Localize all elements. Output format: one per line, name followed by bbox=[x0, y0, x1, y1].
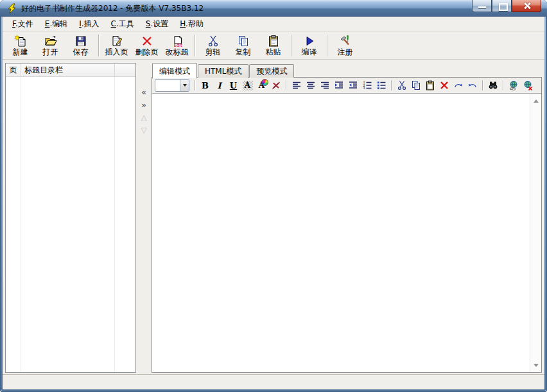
bullet-list-button[interactable] bbox=[374, 79, 388, 92]
open-button[interactable]: 打开 bbox=[35, 33, 65, 58]
delete-x-icon bbox=[439, 80, 449, 90]
bold-button[interactable]: B bbox=[198, 79, 212, 92]
clear-format-icon bbox=[271, 80, 281, 90]
triangle-down-icon bbox=[534, 364, 539, 370]
paste-button[interactable]: 粘贴 bbox=[258, 33, 288, 58]
globe-unlink-icon bbox=[523, 80, 533, 90]
outdent-button[interactable] bbox=[346, 79, 360, 92]
new-button[interactable]: 新建 bbox=[5, 33, 35, 58]
copy-button[interactable]: 复制 bbox=[228, 33, 258, 58]
panel-splitter: « » △ ▽ bbox=[136, 63, 152, 373]
char-color-button[interactable]: A bbox=[255, 79, 268, 92]
cut-text-button[interactable] bbox=[395, 79, 408, 92]
toc-header-row: 页 标题目录栏 bbox=[6, 64, 135, 77]
format-separator bbox=[503, 80, 503, 90]
indent-button[interactable] bbox=[332, 79, 345, 92]
menu-file[interactable]: F.文件 bbox=[6, 17, 39, 31]
edit-surface[interactable] bbox=[152, 94, 530, 372]
paste-text-button[interactable] bbox=[423, 79, 437, 92]
move-up-button[interactable]: △ bbox=[138, 112, 150, 123]
format-separator bbox=[195, 80, 195, 90]
delete-page-icon bbox=[141, 35, 153, 47]
delete-text-button[interactable] bbox=[437, 79, 451, 92]
maximize-button[interactable] bbox=[492, 0, 512, 12]
copy-button-label: 复制 bbox=[236, 48, 251, 56]
save-floppy-icon bbox=[74, 35, 87, 47]
cut-button-label: 剪辑 bbox=[205, 48, 221, 56]
scroll-down-button[interactable] bbox=[530, 360, 541, 371]
open-folder-icon bbox=[44, 35, 57, 47]
expand-panel-button[interactable]: » bbox=[138, 99, 150, 110]
close-button[interactable] bbox=[512, 0, 541, 12]
insert-page-button-label: 插入页 bbox=[105, 48, 128, 56]
main-toolbar: 新建 打开 保存 bbox=[3, 31, 544, 60]
save-button[interactable]: 保存 bbox=[65, 33, 96, 58]
underline-button[interactable]: U bbox=[227, 79, 240, 92]
chevrons-left-icon: « bbox=[141, 87, 146, 97]
toc-column-title[interactable]: 标题目录栏 bbox=[21, 64, 115, 76]
scroll-up-button[interactable] bbox=[530, 95, 541, 106]
numbered-list-button[interactable]: 1 2 3 bbox=[360, 79, 374, 92]
tab-preview-mode[interactable]: 预览模式 bbox=[249, 64, 294, 78]
toc-column-page[interactable]: 页 bbox=[6, 64, 21, 76]
format-separator bbox=[391, 80, 392, 90]
remove-link-button[interactable] bbox=[521, 79, 534, 92]
format-toolbar: B I U A A bbox=[152, 78, 541, 93]
triangle-up-icon bbox=[534, 97, 539, 103]
italic-button[interactable]: I bbox=[213, 79, 226, 92]
cut-scissors-icon bbox=[207, 35, 220, 47]
tab-edit-mode[interactable]: 编辑模式 bbox=[152, 63, 197, 78]
toc-column-extra[interactable] bbox=[115, 64, 135, 76]
toc-panel: 页 标题目录栏 bbox=[5, 63, 136, 373]
font-select[interactable] bbox=[155, 79, 189, 92]
menu-edit[interactable]: E.编辑 bbox=[39, 17, 73, 31]
indent-decrease-icon bbox=[348, 80, 358, 90]
format-separator bbox=[286, 80, 286, 90]
cut-scissors-icon bbox=[397, 80, 407, 90]
find-button[interactable] bbox=[486, 79, 499, 92]
edit-title-icon: Edit bbox=[171, 35, 184, 47]
menu-settings[interactable]: S.设置 bbox=[140, 17, 174, 31]
window-title: 好的电子书制作生成器2012 - 免费版本 V7.35B3.12 bbox=[21, 3, 204, 14]
vertical-scrollbar[interactable] bbox=[530, 94, 541, 372]
menu-help[interactable]: H.帮助 bbox=[174, 17, 209, 31]
new-document-icon bbox=[14, 35, 27, 47]
save-button-label: 保存 bbox=[73, 48, 89, 56]
undo-arrow-icon bbox=[467, 80, 478, 90]
compile-button[interactable]: 编译 bbox=[294, 33, 324, 58]
cut-button[interactable]: 剪辑 bbox=[198, 33, 228, 58]
align-left-button[interactable] bbox=[290, 79, 303, 92]
edit-title-button[interactable]: Edit 改标题 bbox=[162, 33, 192, 58]
move-down-button[interactable]: ▽ bbox=[138, 124, 150, 136]
menu-tools[interactable]: C.工具 bbox=[105, 17, 140, 31]
align-left-icon bbox=[291, 80, 302, 90]
redo-button[interactable] bbox=[451, 79, 465, 92]
menu-insert[interactable]: I.插入 bbox=[73, 17, 105, 31]
font-color-button[interactable]: A bbox=[241, 79, 254, 92]
toc-list[interactable] bbox=[6, 77, 135, 372]
compile-button-label: 编译 bbox=[302, 48, 317, 56]
insert-link-button[interactable] bbox=[507, 79, 520, 92]
minimize-button[interactable] bbox=[472, 0, 492, 12]
client-area: F.文件 E.编辑 I.插入 C.工具 S.设置 H.帮助 新建 bbox=[3, 17, 544, 389]
copy-pages-icon bbox=[237, 35, 250, 47]
collapse-panel-button[interactable]: « bbox=[138, 86, 150, 98]
clear-format-button[interactable] bbox=[269, 79, 282, 92]
align-right-button[interactable] bbox=[318, 79, 331, 92]
tab-html-mode[interactable]: HTML模式 bbox=[198, 64, 248, 78]
register-button[interactable]: 注册 bbox=[330, 33, 360, 58]
title-bar[interactable]: 好的电子书制作生成器2012 - 免费版本 V7.35B3.12 bbox=[0, 0, 547, 17]
edit-mode-panel: B I U A A bbox=[152, 77, 542, 373]
font-color-icon: A bbox=[243, 81, 253, 90]
delete-page-button[interactable]: 删除页 bbox=[132, 33, 162, 58]
font-select-value bbox=[155, 80, 180, 91]
insert-page-button[interactable]: 插入页 bbox=[101, 33, 132, 58]
toolbar-separator bbox=[98, 35, 99, 56]
align-center-button[interactable] bbox=[304, 79, 317, 92]
chevron-down-icon[interactable] bbox=[180, 80, 189, 91]
undo-button[interactable] bbox=[465, 79, 479, 92]
paste-button-label: 粘贴 bbox=[266, 48, 281, 56]
copy-text-button[interactable] bbox=[409, 79, 422, 92]
insert-page-icon bbox=[110, 35, 123, 47]
binoculars-icon bbox=[488, 80, 498, 90]
